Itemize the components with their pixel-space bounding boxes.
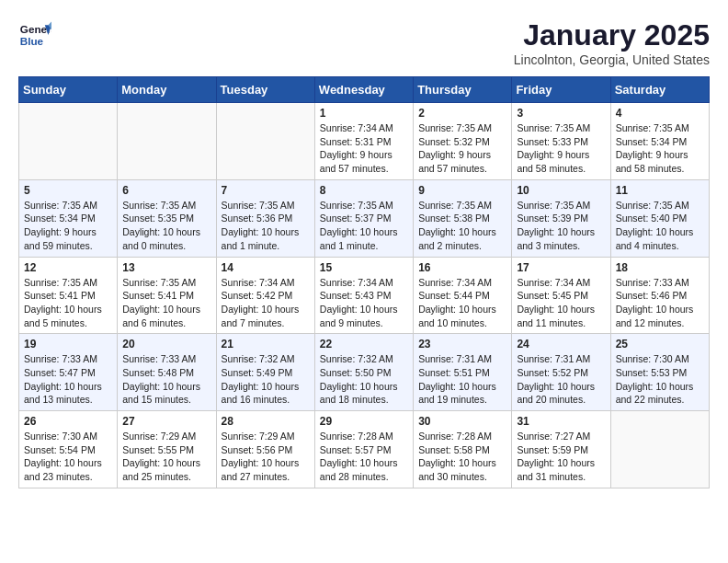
calendar-table: SundayMondayTuesdayWednesdayThursdayFrid… bbox=[18, 76, 710, 488]
day-info: Sunrise: 7:35 AM Sunset: 5:41 PM Dayligh… bbox=[24, 276, 112, 330]
day-cell-25: 25Sunrise: 7:30 AM Sunset: 5:53 PM Dayli… bbox=[610, 334, 709, 411]
day-info: Sunrise: 7:28 AM Sunset: 5:57 PM Dayligh… bbox=[320, 430, 408, 484]
location: Lincolnton, Georgia, United States bbox=[514, 52, 710, 67]
day-cell-26: 26Sunrise: 7:30 AM Sunset: 5:54 PM Dayli… bbox=[19, 411, 118, 488]
day-cell-30: 30Sunrise: 7:28 AM Sunset: 5:58 PM Dayli… bbox=[414, 411, 512, 488]
month-title: January 2025 bbox=[514, 18, 710, 52]
day-info: Sunrise: 7:34 AM Sunset: 5:43 PM Dayligh… bbox=[320, 276, 408, 330]
day-info: Sunrise: 7:35 AM Sunset: 5:36 PM Dayligh… bbox=[222, 199, 310, 253]
day-number: 28 bbox=[222, 415, 310, 428]
day-cell-6: 6Sunrise: 7:35 AM Sunset: 5:35 PM Daylig… bbox=[118, 179, 216, 257]
week-row-1: 1Sunrise: 7:34 AM Sunset: 5:31 PM Daylig… bbox=[19, 103, 710, 180]
day-info: Sunrise: 7:31 AM Sunset: 5:51 PM Dayligh… bbox=[418, 352, 506, 407]
day-info: Sunrise: 7:33 AM Sunset: 5:48 PM Dayligh… bbox=[122, 352, 210, 407]
day-number: 24 bbox=[517, 338, 605, 350]
day-number: 26 bbox=[24, 415, 112, 428]
day-number: 11 bbox=[616, 184, 704, 197]
day-cell-23: 23Sunrise: 7:31 AM Sunset: 5:51 PM Dayli… bbox=[414, 334, 512, 411]
day-number: 27 bbox=[122, 415, 210, 428]
day-number: 21 bbox=[222, 338, 310, 350]
day-cell-13: 13Sunrise: 7:35 AM Sunset: 5:41 PM Dayli… bbox=[118, 257, 216, 334]
day-cell-8: 8Sunrise: 7:35 AM Sunset: 5:37 PM Daylig… bbox=[314, 179, 413, 257]
logo: General Blue bbox=[18, 18, 51, 52]
day-cell-20: 20Sunrise: 7:33 AM Sunset: 5:48 PM Dayli… bbox=[118, 334, 216, 411]
weekday-header-wednesday: Wednesday bbox=[314, 77, 413, 103]
day-info: Sunrise: 7:33 AM Sunset: 5:47 PM Dayligh… bbox=[24, 352, 112, 407]
day-info: Sunrise: 7:31 AM Sunset: 5:52 PM Dayligh… bbox=[517, 352, 605, 407]
page-header: General Blue January 2025 Lincolnton, Ge… bbox=[18, 18, 710, 67]
day-cell-27: 27Sunrise: 7:29 AM Sunset: 5:55 PM Dayli… bbox=[118, 411, 216, 488]
day-info: Sunrise: 7:35 AM Sunset: 5:33 PM Dayligh… bbox=[517, 121, 605, 176]
day-number: 4 bbox=[616, 107, 704, 120]
day-cell-2: 2Sunrise: 7:35 AM Sunset: 5:32 PM Daylig… bbox=[414, 103, 512, 180]
day-info: Sunrise: 7:35 AM Sunset: 5:34 PM Dayligh… bbox=[616, 121, 704, 176]
day-info: Sunrise: 7:32 AM Sunset: 5:49 PM Dayligh… bbox=[222, 352, 310, 407]
day-cell-empty bbox=[610, 411, 709, 488]
day-info: Sunrise: 7:35 AM Sunset: 5:38 PM Dayligh… bbox=[418, 199, 506, 253]
day-number: 29 bbox=[320, 415, 408, 428]
day-info: Sunrise: 7:29 AM Sunset: 5:55 PM Dayligh… bbox=[122, 430, 210, 484]
day-info: Sunrise: 7:28 AM Sunset: 5:58 PM Dayligh… bbox=[418, 430, 506, 484]
day-cell-24: 24Sunrise: 7:31 AM Sunset: 5:52 PM Dayli… bbox=[512, 334, 610, 411]
day-cell-21: 21Sunrise: 7:32 AM Sunset: 5:49 PM Dayli… bbox=[216, 334, 314, 411]
weekday-header-monday: Monday bbox=[118, 77, 216, 103]
day-cell-3: 3Sunrise: 7:35 AM Sunset: 5:33 PM Daylig… bbox=[512, 103, 610, 180]
day-cell-4: 4Sunrise: 7:35 AM Sunset: 5:34 PM Daylig… bbox=[610, 103, 709, 180]
day-cell-9: 9Sunrise: 7:35 AM Sunset: 5:38 PM Daylig… bbox=[414, 179, 512, 257]
day-cell-18: 18Sunrise: 7:33 AM Sunset: 5:46 PM Dayli… bbox=[610, 257, 709, 334]
day-cell-empty bbox=[216, 103, 314, 180]
day-number: 23 bbox=[418, 338, 506, 350]
weekday-header-sunday: Sunday bbox=[19, 77, 118, 103]
day-cell-14: 14Sunrise: 7:34 AM Sunset: 5:42 PM Dayli… bbox=[216, 257, 314, 334]
day-number: 19 bbox=[24, 338, 112, 350]
day-info: Sunrise: 7:34 AM Sunset: 5:31 PM Dayligh… bbox=[320, 121, 408, 176]
day-info: Sunrise: 7:35 AM Sunset: 5:34 PM Dayligh… bbox=[24, 199, 112, 253]
day-info: Sunrise: 7:35 AM Sunset: 5:32 PM Dayligh… bbox=[418, 121, 506, 176]
day-number: 6 bbox=[122, 184, 210, 197]
day-cell-17: 17Sunrise: 7:34 AM Sunset: 5:45 PM Dayli… bbox=[512, 257, 610, 334]
weekday-header-saturday: Saturday bbox=[610, 77, 709, 103]
weekday-header-tuesday: Tuesday bbox=[216, 77, 314, 103]
week-row-5: 26Sunrise: 7:30 AM Sunset: 5:54 PM Dayli… bbox=[19, 411, 710, 488]
day-cell-12: 12Sunrise: 7:35 AM Sunset: 5:41 PM Dayli… bbox=[19, 257, 118, 334]
day-info: Sunrise: 7:34 AM Sunset: 5:44 PM Dayligh… bbox=[418, 276, 506, 330]
day-number: 7 bbox=[222, 184, 310, 197]
day-info: Sunrise: 7:35 AM Sunset: 5:39 PM Dayligh… bbox=[517, 199, 605, 253]
day-number: 13 bbox=[122, 261, 210, 274]
day-cell-empty bbox=[19, 103, 118, 180]
day-cell-11: 11Sunrise: 7:35 AM Sunset: 5:40 PM Dayli… bbox=[610, 179, 709, 257]
day-cell-16: 16Sunrise: 7:34 AM Sunset: 5:44 PM Dayli… bbox=[414, 257, 512, 334]
day-info: Sunrise: 7:33 AM Sunset: 5:46 PM Dayligh… bbox=[616, 276, 704, 330]
day-number: 5 bbox=[24, 184, 112, 197]
day-info: Sunrise: 7:30 AM Sunset: 5:54 PM Dayligh… bbox=[24, 430, 112, 484]
logo-icon: General Blue bbox=[18, 18, 51, 52]
day-cell-29: 29Sunrise: 7:28 AM Sunset: 5:57 PM Dayli… bbox=[314, 411, 413, 488]
day-info: Sunrise: 7:34 AM Sunset: 5:45 PM Dayligh… bbox=[517, 276, 605, 330]
day-cell-31: 31Sunrise: 7:27 AM Sunset: 5:59 PM Dayli… bbox=[512, 411, 610, 488]
day-number: 2 bbox=[418, 107, 506, 120]
day-number: 8 bbox=[320, 184, 408, 197]
day-number: 1 bbox=[320, 107, 408, 120]
day-info: Sunrise: 7:35 AM Sunset: 5:40 PM Dayligh… bbox=[616, 199, 704, 253]
week-row-4: 19Sunrise: 7:33 AM Sunset: 5:47 PM Dayli… bbox=[19, 334, 710, 411]
day-cell-15: 15Sunrise: 7:34 AM Sunset: 5:43 PM Dayli… bbox=[314, 257, 413, 334]
title-section: January 2025 Lincolnton, Georgia, United… bbox=[514, 18, 710, 67]
day-info: Sunrise: 7:27 AM Sunset: 5:59 PM Dayligh… bbox=[517, 430, 605, 484]
day-number: 31 bbox=[517, 415, 605, 428]
day-cell-5: 5Sunrise: 7:35 AM Sunset: 5:34 PM Daylig… bbox=[19, 179, 118, 257]
weekday-header-thursday: Thursday bbox=[414, 77, 512, 103]
day-number: 30 bbox=[418, 415, 506, 428]
day-number: 18 bbox=[616, 261, 704, 274]
day-number: 9 bbox=[418, 184, 506, 197]
day-info: Sunrise: 7:32 AM Sunset: 5:50 PM Dayligh… bbox=[320, 352, 408, 407]
day-info: Sunrise: 7:30 AM Sunset: 5:53 PM Dayligh… bbox=[616, 352, 704, 407]
day-cell-10: 10Sunrise: 7:35 AM Sunset: 5:39 PM Dayli… bbox=[512, 179, 610, 257]
week-row-2: 5Sunrise: 7:35 AM Sunset: 5:34 PM Daylig… bbox=[19, 179, 710, 257]
day-info: Sunrise: 7:35 AM Sunset: 5:37 PM Dayligh… bbox=[320, 199, 408, 253]
day-number: 16 bbox=[418, 261, 506, 274]
day-info: Sunrise: 7:35 AM Sunset: 5:35 PM Dayligh… bbox=[122, 199, 210, 253]
day-number: 15 bbox=[320, 261, 408, 274]
day-number: 12 bbox=[24, 261, 112, 274]
day-cell-empty bbox=[118, 103, 216, 180]
day-cell-22: 22Sunrise: 7:32 AM Sunset: 5:50 PM Dayli… bbox=[314, 334, 413, 411]
